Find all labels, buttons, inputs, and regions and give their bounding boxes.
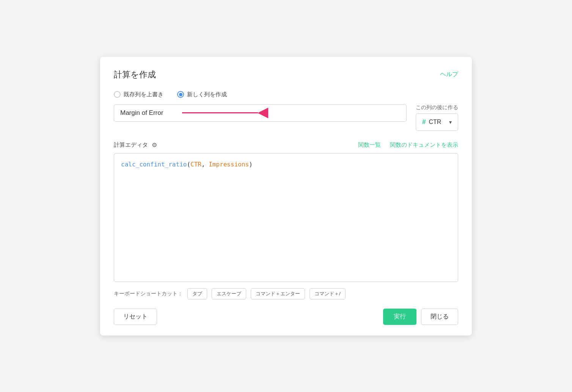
shortcuts-label: キーボードショートカット： [114,290,183,297]
column-select-left: # CTR [422,118,441,126]
editor-header: 計算エディタ ⚙ 関数一覧 関数のドキュメントを表示 [114,141,458,149]
name-row: この列の後に作る # CTR ▾ [114,104,458,131]
name-input-wrapper [114,104,407,122]
radio-create-new[interactable]: 新しく列を作成 [177,91,227,98]
shortcut-cmd-slash: コマンド＋/ [310,288,346,299]
help-link[interactable]: ヘルプ [440,71,458,78]
functions-list-link[interactable]: 関数一覧 [358,141,381,149]
footer-right: 実行 閉じる [383,309,458,325]
dialog-header: 計算を作成 ヘルプ [114,69,458,80]
arrow-head [258,108,268,118]
radio-create-new-circle [177,91,184,98]
arrow-line [182,112,258,113]
dialog-footer: リセット 実行 閉じる [114,309,458,325]
code-comma: , [201,161,209,168]
editor-section-label: 計算エディタ [114,141,148,149]
code-paren-close: ) [249,161,253,168]
gear-icon[interactable]: ⚙ [152,141,157,149]
column-position-select[interactable]: # CTR ▾ [416,113,458,131]
radio-overwrite[interactable]: 既存列を上書き [114,91,163,98]
code-editor[interactable]: calc_confint_ratio(CTR, Impressions) [114,153,458,282]
code-arg1: CTR [190,161,201,168]
chevron-down-icon: ▾ [449,119,452,125]
radio-overwrite-label: 既存列を上書き [124,91,163,98]
radio-create-new-label: 新しく列を作成 [187,91,227,98]
close-button[interactable]: 閉じる [421,309,458,325]
shortcut-tab: タブ [187,288,207,299]
functions-docs-link[interactable]: 関数のドキュメントを表示 [390,141,458,149]
editor-header-left: 計算エディタ ⚙ [114,141,157,149]
create-calculation-dialog: 計算を作成 ヘルプ 既存列を上書き 新しく列を作成 この列の後に作る # [100,57,472,336]
hash-icon: # [422,118,426,126]
shortcuts-row: キーボードショートカット： タブ エスケープ コマンド＋エンター コマンド＋/ [114,288,458,299]
shortcut-escape: エスケープ [212,288,246,299]
run-button[interactable]: 実行 [383,309,416,325]
arrow-annotation [182,108,268,118]
code-paren-open: ( [187,161,190,168]
editor-header-right: 関数一覧 関数のドキュメントを表示 [358,141,458,149]
editor-section: 計算エディタ ⚙ 関数一覧 関数のドキュメントを表示 calc_confint_… [114,141,458,282]
code-arg2: Impressions [209,161,249,168]
reset-button[interactable]: リセット [114,309,157,325]
dialog-title: 計算を作成 [114,69,156,80]
column-position-block: この列の後に作る # CTR ▾ [416,104,458,131]
column-position-label: この列の後に作る [416,104,458,111]
radio-overwrite-circle [114,91,121,98]
radio-group: 既存列を上書き 新しく列を作成 [114,91,458,98]
column-select-value: CTR [429,119,441,125]
shortcut-cmd-enter: コマンド＋エンター [251,288,305,299]
code-function-name: calc_confint_ratio [121,161,187,168]
